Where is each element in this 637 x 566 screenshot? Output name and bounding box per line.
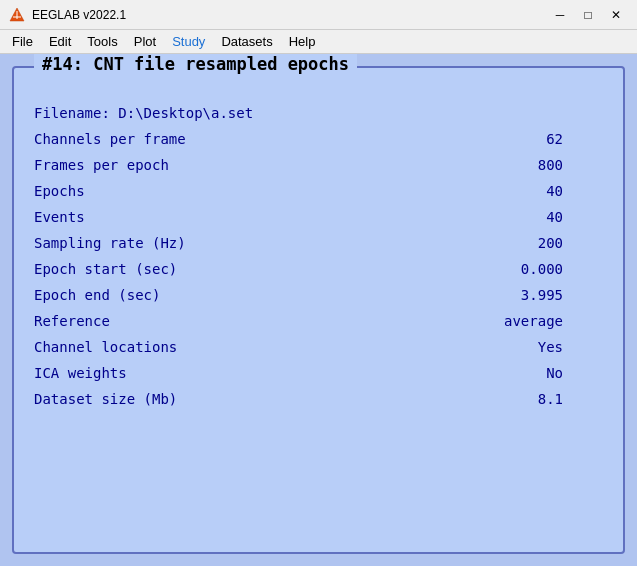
row-value-events: 40 <box>294 204 603 230</box>
row-label-epoch-end: Epoch end (sec) <box>34 282 294 308</box>
info-table: Filename: D:\Desktop\a.set Channels per … <box>34 100 603 412</box>
row-value-epochs: 40 <box>294 178 603 204</box>
panel-title: #14: CNT file resampled epochs <box>34 54 357 74</box>
row-label-epochs: Epochs <box>34 178 294 204</box>
row-label-frames: Frames per epoch <box>34 152 294 178</box>
row-value-sampling: 200 <box>294 230 603 256</box>
info-panel: #14: CNT file resampled epochs Filename:… <box>12 66 625 554</box>
row-label-ica: ICA weights <box>34 360 294 386</box>
row-value-reference: average <box>294 308 603 334</box>
table-row: Events 40 <box>34 204 603 230</box>
menu-file[interactable]: File <box>4 32 41 51</box>
table-row: Epoch start (sec) 0.000 <box>34 256 603 282</box>
row-value-channel-locations: Yes <box>294 334 603 360</box>
menu-help[interactable]: Help <box>281 32 324 51</box>
table-row: Epochs 40 <box>34 178 603 204</box>
menu-tools[interactable]: Tools <box>79 32 125 51</box>
table-row: Channels per frame 62 <box>34 126 603 152</box>
row-label-reference: Reference <box>34 308 294 334</box>
menu-edit[interactable]: Edit <box>41 32 79 51</box>
table-row: Reference average <box>34 308 603 334</box>
row-value-dataset-size: 8.1 <box>294 386 603 412</box>
maximize-button[interactable]: □ <box>575 5 601 25</box>
menu-datasets[interactable]: Datasets <box>213 32 280 51</box>
window-title: EEGLAB v2022.1 <box>32 8 547 22</box>
app-icon <box>8 6 26 24</box>
row-value-channels: 62 <box>294 126 603 152</box>
row-label-dataset-size: Dataset size (Mb) <box>34 386 294 412</box>
main-content: #14: CNT file resampled epochs Filename:… <box>0 54 637 566</box>
row-label-events: Events <box>34 204 294 230</box>
table-row: Epoch end (sec) 3.995 <box>34 282 603 308</box>
menu-study[interactable]: Study <box>164 32 213 51</box>
row-value-frames: 800 <box>294 152 603 178</box>
table-row: Dataset size (Mb) 8.1 <box>34 386 603 412</box>
table-row: Sampling rate (Hz) 200 <box>34 230 603 256</box>
menu-bar: File Edit Tools Plot Study Datasets Help <box>0 30 637 54</box>
title-bar: EEGLAB v2022.1 ─ □ ✕ <box>0 0 637 30</box>
table-row: Filename: D:\Desktop\a.set <box>34 100 603 126</box>
window-controls: ─ □ ✕ <box>547 5 629 25</box>
filename-cell: Filename: D:\Desktop\a.set <box>34 100 603 126</box>
close-button[interactable]: ✕ <box>603 5 629 25</box>
row-value-epoch-start: 0.000 <box>294 256 603 282</box>
row-label-channels: Channels per frame <box>34 126 294 152</box>
row-label-sampling: Sampling rate (Hz) <box>34 230 294 256</box>
row-value-ica: No <box>294 360 603 386</box>
row-value-epoch-end: 3.995 <box>294 282 603 308</box>
table-row: Channel locations Yes <box>34 334 603 360</box>
row-label-channel-locations: Channel locations <box>34 334 294 360</box>
menu-plot[interactable]: Plot <box>126 32 164 51</box>
row-label-epoch-start: Epoch start (sec) <box>34 256 294 282</box>
table-row: Frames per epoch 800 <box>34 152 603 178</box>
minimize-button[interactable]: ─ <box>547 5 573 25</box>
table-row: ICA weights No <box>34 360 603 386</box>
